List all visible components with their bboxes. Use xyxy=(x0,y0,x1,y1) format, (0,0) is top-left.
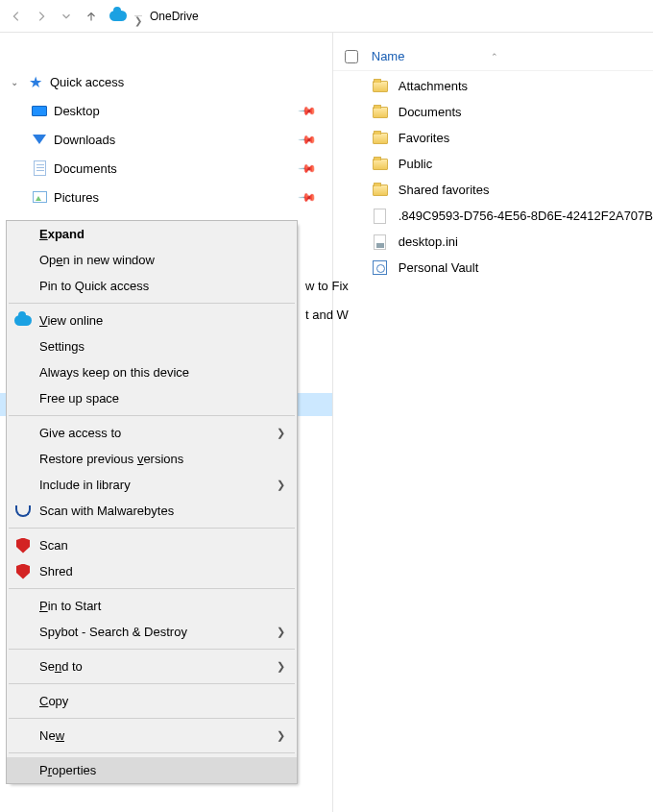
file-item[interactable]: .849C9593-D756-4E56-8D6E-42412F2A707B xyxy=(333,203,653,229)
pin-icon: 📌 xyxy=(298,130,318,150)
ctx-include-library[interactable]: Include in library❯ xyxy=(7,472,297,498)
mcafee-icon xyxy=(14,563,32,580)
sidebar-item-peek: w to Fix xyxy=(305,279,349,293)
submenu-arrow-icon: ❯ xyxy=(277,479,285,491)
ctx-properties[interactable]: Properties xyxy=(7,757,297,783)
select-all-checkbox[interactable] xyxy=(345,50,358,63)
ctx-copy[interactable]: Copy xyxy=(7,688,297,714)
chevron-down-icon[interactable]: ⌄ xyxy=(8,77,21,87)
onedrive-cloud-icon xyxy=(14,312,32,330)
sidebar-item-pictures[interactable]: Pictures 📌 xyxy=(0,183,332,211)
mcafee-icon xyxy=(14,537,32,554)
file-name: Public xyxy=(399,157,432,171)
file-item[interactable]: Attachments xyxy=(333,73,653,99)
ctx-new[interactable]: New❯ xyxy=(7,723,297,749)
address-bar: ❯ OneDrive xyxy=(0,0,653,33)
pictures-icon xyxy=(31,188,48,206)
separator xyxy=(9,752,295,753)
malwarebytes-icon xyxy=(14,503,32,520)
folder-icon xyxy=(372,78,389,95)
file-name: Attachments xyxy=(399,79,468,93)
pin-icon: 📌 xyxy=(298,101,318,121)
sidebar-item-downloads[interactable]: Downloads 📌 xyxy=(0,125,332,154)
ctx-pin-start[interactable]: Pin to Start xyxy=(7,593,297,619)
folder-icon xyxy=(372,130,389,147)
column-name[interactable]: Name xyxy=(372,49,405,63)
ctx-scan[interactable]: Scan xyxy=(7,532,297,558)
file-name: desktop.ini xyxy=(399,234,458,249)
ctx-always-keep[interactable]: Always keep on this device xyxy=(7,359,297,385)
pin-icon: 📌 xyxy=(298,187,318,208)
breadcrumb-location[interactable]: OneDrive xyxy=(150,10,199,23)
ctx-open-new-window[interactable]: Open in new window xyxy=(7,247,297,273)
ctx-pin-quick-access[interactable]: Pin to Quick access xyxy=(7,273,297,299)
sidebar-item-label: Desktop xyxy=(54,104,100,118)
file-list-pane: Name ⌃ AttachmentsDocumentsFavoritesPubl… xyxy=(332,33,653,812)
folder-icon xyxy=(372,156,389,173)
ctx-give-access-to[interactable]: Give access to❯ xyxy=(7,420,297,446)
file-name: .849C9593-D756-4E56-8D6E-42412F2A707B xyxy=(399,209,653,223)
sidebar-item-label: Documents xyxy=(54,161,117,176)
onedrive-cloud-icon xyxy=(109,8,127,25)
ctx-shred[interactable]: Shred xyxy=(7,558,297,584)
separator xyxy=(9,415,295,416)
folder-icon xyxy=(372,182,389,199)
separator xyxy=(9,649,295,650)
sidebar-item-label: Downloads xyxy=(54,133,115,147)
submenu-arrow-icon: ❯ xyxy=(277,427,285,439)
sidebar-item-desktop[interactable]: Desktop 📌 xyxy=(0,96,332,125)
ctx-send-to[interactable]: Send to❯ xyxy=(7,653,297,679)
sidebar-item-label: Pictures xyxy=(54,190,99,205)
ctx-scan-malwarebytes[interactable]: Scan with Malwarebytes xyxy=(7,498,297,524)
quick-access-star-icon: ★ xyxy=(27,73,44,90)
sidebar-item-documents[interactable]: Documents 📌 xyxy=(0,154,332,183)
sidebar-item-label: Quick access xyxy=(50,75,124,89)
ctx-free-up-space[interactable]: Free up space xyxy=(7,385,297,411)
separator xyxy=(9,528,295,529)
ctx-restore-previous[interactable]: Restore previous versions xyxy=(7,446,297,472)
vault-icon xyxy=(372,259,389,277)
sidebar-item-quick-access[interactable]: ⌄ ★ Quick access xyxy=(0,67,332,96)
separator xyxy=(9,683,295,684)
file-name: Shared favorites xyxy=(399,183,490,197)
separator xyxy=(9,588,295,589)
ctx-spybot[interactable]: Spybot - Search & Destroy❯ xyxy=(7,619,297,645)
ctx-expand[interactable]: Expand xyxy=(7,221,297,247)
separator xyxy=(9,303,295,304)
file-item[interactable]: Personal Vault xyxy=(333,255,653,281)
blank-icon xyxy=(372,208,389,225)
file-name: Personal Vault xyxy=(399,260,479,275)
ini-icon xyxy=(372,234,389,251)
file-item[interactable]: Documents xyxy=(333,99,653,125)
sort-indicator-icon: ⌃ xyxy=(491,52,498,62)
context-menu: Expand Open in new window Pin to Quick a… xyxy=(6,220,298,784)
file-item[interactable]: desktop.ini xyxy=(333,229,653,255)
nav-back-button[interactable] xyxy=(4,4,29,29)
nav-forward-button[interactable] xyxy=(29,4,54,29)
breadcrumb[interactable]: ❯ OneDrive xyxy=(109,8,199,25)
file-item[interactable]: Favorites xyxy=(333,125,653,151)
file-item[interactable]: Public xyxy=(333,151,653,177)
submenu-arrow-icon: ❯ xyxy=(277,626,285,638)
folder-icon xyxy=(372,104,389,121)
ctx-view-online[interactable]: View online xyxy=(7,308,297,333)
desktop-icon xyxy=(31,102,48,119)
documents-icon xyxy=(31,160,48,177)
submenu-arrow-icon: ❯ xyxy=(277,729,285,742)
file-item[interactable]: Shared favorites xyxy=(333,177,653,203)
column-header[interactable]: Name ⌃ xyxy=(333,42,653,71)
downloads-icon xyxy=(31,131,48,148)
submenu-arrow-icon: ❯ xyxy=(277,660,285,673)
ctx-settings[interactable]: Settings xyxy=(7,333,297,359)
file-name: Favorites xyxy=(399,131,449,145)
pin-icon: 📌 xyxy=(298,159,318,179)
nav-up-button[interactable] xyxy=(79,4,104,29)
separator xyxy=(9,718,295,719)
nav-history-dropdown[interactable] xyxy=(54,4,79,29)
breadcrumb-separator-icon: ❯ xyxy=(134,15,142,16)
sidebar-item-peek: t and W xyxy=(305,308,349,322)
file-name: Documents xyxy=(399,105,462,119)
